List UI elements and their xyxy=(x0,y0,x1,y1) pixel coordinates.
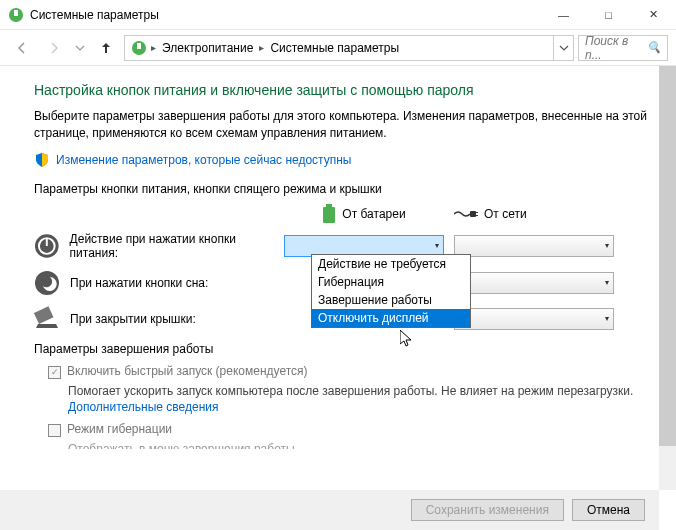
setting-row-power-button: Действие при нажатии кнопки питания: ▾ ▾… xyxy=(34,232,648,260)
page-heading: Настройка кнопок питания и включение защ… xyxy=(34,82,648,98)
checkbox-row-hibernation: Режим гибернации xyxy=(48,422,648,437)
dropdown-item[interactable]: Завершение работы xyxy=(312,291,470,309)
chevron-down-icon: ▾ xyxy=(605,314,609,323)
nav-dropdown-button[interactable] xyxy=(72,34,88,62)
dropdown-item[interactable]: Действие не требуется xyxy=(312,255,470,273)
window-title: Системные параметры xyxy=(30,8,541,22)
checkbox-fast-startup[interactable]: ✓ xyxy=(48,366,61,379)
svg-rect-6 xyxy=(470,211,476,217)
svg-rect-8 xyxy=(476,215,478,216)
checkbox-label: Режим гибернации xyxy=(67,422,172,436)
dropdown-item-selected[interactable]: Отключить дисплей xyxy=(312,309,470,327)
chevron-down-icon: ▾ xyxy=(605,241,609,250)
search-icon: 🔍 xyxy=(647,41,661,54)
checkbox-hibernation[interactable] xyxy=(48,424,61,437)
nav-back-button[interactable] xyxy=(8,34,36,62)
cancel-button[interactable]: Отмена xyxy=(572,499,645,521)
nav-forward-button[interactable] xyxy=(40,34,68,62)
footer: Сохранить изменения Отмена xyxy=(0,490,659,530)
maximize-button[interactable]: □ xyxy=(586,0,631,30)
row-label-text: При закрытии крышки: xyxy=(70,312,196,326)
dropdown-item[interactable]: Гибернация xyxy=(312,273,470,291)
checkbox-label: Включить быстрый запуск (рекомендуется) xyxy=(67,364,308,378)
checkbox-row-fast-startup: ✓ Включить быстрый запуск (рекомендуется… xyxy=(48,364,648,379)
section-title-buttons: Параметры кнопки питания, кнопки спящего… xyxy=(34,182,648,196)
navbar: ▸ Электропитание ▸ Системные параметры П… xyxy=(0,30,676,66)
svg-rect-3 xyxy=(137,43,141,49)
change-unavailable-link[interactable]: Изменение параметров, которые сейчас нед… xyxy=(56,153,352,167)
breadcrumb[interactable]: ▸ Электропитание ▸ Системные параметры xyxy=(124,35,554,61)
dropdown-menu: Действие не требуется Гибернация Заверше… xyxy=(311,254,471,328)
section-title-shutdown: Параметры завершения работы xyxy=(34,342,648,356)
chevron-down-icon: ▾ xyxy=(605,278,609,287)
row-label-text: Действие при нажатии кнопки питания: xyxy=(70,232,284,260)
col-battery-label: От батареи xyxy=(342,207,405,221)
more-info-link[interactable]: Дополнительные сведения xyxy=(68,400,218,414)
svg-rect-4 xyxy=(326,204,332,207)
column-headers: От батареи От сети xyxy=(34,204,648,224)
combo-lid-ac[interactable]: ▾ xyxy=(454,308,614,330)
content-area: Настройка кнопок питания и включение защ… xyxy=(0,66,676,490)
search-placeholder: Поиск в п... xyxy=(585,34,647,62)
col-ac-label: От сети xyxy=(484,207,527,221)
chevron-down-icon: ▾ xyxy=(435,241,439,250)
mouse-cursor xyxy=(400,330,414,351)
save-button[interactable]: Сохранить изменения xyxy=(411,499,564,521)
shield-icon xyxy=(34,152,50,168)
sleep-button-icon xyxy=(34,270,60,296)
page-description: Выберите параметры завершения работы для… xyxy=(34,108,648,142)
titlebar: Системные параметры — □ ✕ xyxy=(0,0,676,30)
combo-sleep-ac[interactable]: ▾ xyxy=(454,272,614,294)
scrollbar-thumb[interactable] xyxy=(659,66,676,446)
fast-startup-description: Помогает ускорить запуск компьютера посл… xyxy=(68,383,648,417)
vertical-scrollbar[interactable] xyxy=(659,66,676,490)
search-input[interactable]: Поиск в п... 🔍 xyxy=(578,35,668,61)
nav-up-button[interactable] xyxy=(92,34,120,62)
svg-rect-1 xyxy=(14,10,18,16)
svg-rect-5 xyxy=(323,207,335,223)
breadcrumb-segment[interactable]: Системные параметры xyxy=(268,41,401,55)
power-plan-icon xyxy=(131,40,147,56)
chevron-right-icon: ▸ xyxy=(259,42,264,53)
chevron-right-icon: ▸ xyxy=(151,42,156,53)
minimize-button[interactable]: — xyxy=(541,0,586,30)
laptop-lid-icon xyxy=(34,306,60,332)
close-button[interactable]: ✕ xyxy=(631,0,676,30)
breadcrumb-segment[interactable]: Электропитание xyxy=(160,41,255,55)
hibernation-description: Отображать в меню завершения работы xyxy=(68,441,648,449)
svg-rect-7 xyxy=(476,212,478,213)
power-button-icon xyxy=(34,233,60,259)
plug-icon xyxy=(454,208,478,220)
window-controls: — □ ✕ xyxy=(541,0,676,30)
breadcrumb-dropdown-button[interactable] xyxy=(554,35,574,61)
battery-icon xyxy=(322,204,336,224)
power-options-icon xyxy=(8,7,24,23)
combo-power-ac[interactable]: ▾ xyxy=(454,235,614,257)
row-label-text: При нажатии кнопки сна: xyxy=(70,276,208,290)
